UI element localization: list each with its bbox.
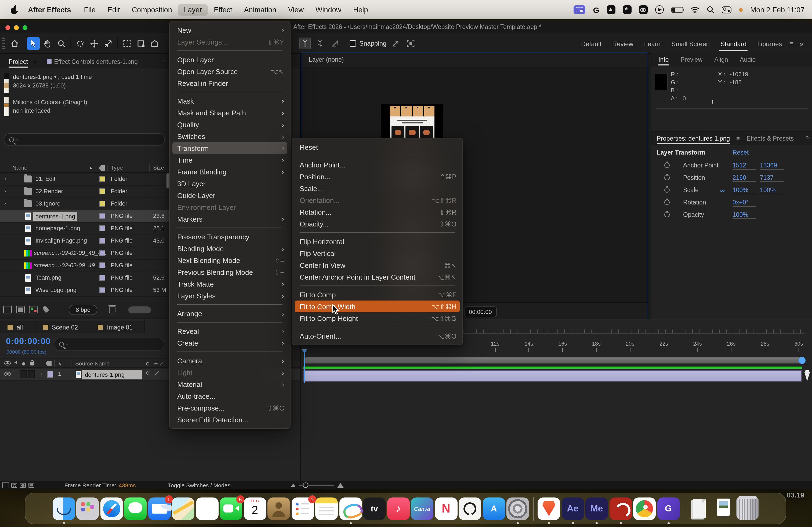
work-area-knob[interactable]	[799, 357, 806, 364]
tab-align[interactable]: Align	[714, 56, 728, 63]
layer-menu-item-mask[interactable]: Mask	[172, 95, 287, 107]
notifications-icon[interactable]	[28, 483, 34, 487]
dock-item-documents[interactable]	[688, 497, 711, 520]
label-column-icon[interactable]	[99, 165, 105, 171]
layer-menu-item-switches[interactable]: Switches	[172, 131, 287, 142]
workspace-tab-standard[interactable]: Standard	[715, 38, 752, 50]
playhead[interactable]	[304, 352, 305, 383]
workspace-tab-libraries[interactable]: Libraries	[752, 38, 787, 50]
comp-tab-image-01[interactable]: Image 01	[90, 321, 145, 333]
zoom-slider-knob[interactable]	[303, 482, 308, 488]
dock-item-trash[interactable]	[736, 497, 758, 520]
workspace-tab-default[interactable]: Default	[576, 38, 607, 50]
layer-duration-bar[interactable]	[303, 370, 802, 381]
dock-item-after-effects[interactable]: Ae	[562, 497, 584, 520]
hand-tool-icon[interactable]	[41, 37, 54, 50]
switches-column-icon[interactable]	[146, 362, 149, 365]
layer-switch-icon[interactable]	[146, 371, 149, 375]
layer-menu-item-material[interactable]: Material	[172, 378, 287, 390]
dock-item-messages[interactable]	[124, 497, 147, 520]
project-row-invisalign-page-png[interactable]: Invisalign Page.png PNG file 43.0	[0, 235, 172, 247]
audio-column-icon[interactable]	[14, 361, 17, 364]
transform-item-orientation[interactable]: Orientation... ⌥⇧⌘R	[295, 194, 460, 206]
workspace-tab-small-screen[interactable]: Small Screen	[666, 38, 715, 50]
tab-properties[interactable]: Properties: dentures-1.png	[657, 135, 730, 141]
snap-bounds-icon[interactable]	[405, 37, 417, 49]
layer-menu-item-3d-layer[interactable]: 3D Layer	[172, 178, 287, 190]
project-row-01-edit[interactable]: 01. Edit Folder	[0, 174, 172, 186]
dock-item-jpeg-file[interactable]: JPEG	[712, 497, 735, 520]
expand-chevron-icon[interactable]	[4, 188, 6, 194]
selection-tool-icon[interactable]	[27, 37, 40, 50]
layer-viewer-tab[interactable]: Layer (none)	[309, 56, 344, 63]
home-tool-icon[interactable]	[8, 37, 21, 50]
dolly-camera-tool-icon[interactable]	[102, 37, 114, 50]
wifi-icon[interactable]	[691, 6, 699, 13]
menubar-item-view[interactable]: View	[282, 4, 309, 15]
stopwatch-icon[interactable]	[664, 187, 670, 193]
snap-expand-icon[interactable]	[390, 37, 402, 49]
dock-item-system-settings[interactable]	[506, 497, 529, 520]
transform-item-position[interactable]: Position... ⇧⌘P	[295, 171, 460, 182]
expand-chevron-icon[interactable]	[4, 176, 6, 181]
properties-panel-menu-icon[interactable]: ≡	[736, 135, 740, 141]
transform-item-fit-to-comp[interactable]: Fit to Comp ⌥⌘F	[295, 289, 460, 301]
column-name[interactable]: Name	[12, 164, 27, 171]
layer-menu-item-pre-compose[interactable]: Pre-compose... ⇧⌘C	[172, 402, 287, 414]
shape-tool-icon[interactable]	[148, 37, 161, 50]
transform-item-flip-horizontal[interactable]: Flip Horizontal	[295, 236, 460, 247]
label-color-chip[interactable]	[99, 225, 105, 231]
source-name-column[interactable]: Source Name	[75, 360, 110, 366]
project-list-header[interactable]: Name Type Size	[0, 164, 172, 173]
project-scrollbar[interactable]	[166, 174, 169, 189]
transform-item-auto-orient[interactable]: Auto-Orient... ⌥⌘O	[295, 330, 460, 342]
pan-camera-tool-icon[interactable]	[88, 37, 100, 50]
label-column-icon[interactable]	[46, 361, 52, 366]
transform-item-rotation[interactable]: Rotation... ⇧⌘R	[295, 206, 460, 218]
tab-effect-controls[interactable]: Effect Controls dentures-1.png	[54, 58, 138, 65]
project-bpc-button[interactable]: 8 bpc	[69, 304, 97, 315]
timeline-timecode[interactable]: 0:00:00:00	[6, 336, 51, 346]
stopwatch-icon[interactable]	[664, 200, 670, 205]
layer-menu-item-blending-mode[interactable]: Blending Mode	[172, 243, 287, 254]
transform-item-opacity[interactable]: Opacity... ⇧⌘O	[295, 218, 460, 230]
work-area-bar[interactable]	[303, 357, 802, 364]
layer-menu-item-reveal-in-finder[interactable]: Reveal in Finder	[172, 77, 287, 89]
workspace-tab-learn[interactable]: Learn	[639, 38, 666, 50]
render-engine-icon[interactable]	[42, 306, 50, 313]
multi-frame-render-icon[interactable]	[3, 483, 9, 487]
tab-effects-presets[interactable]: Effects & Presets	[746, 135, 794, 141]
dock-item-apple-tv[interactable]: tv	[363, 497, 386, 520]
apple-menu-icon[interactable]	[11, 6, 18, 14]
workspace-menu-icon[interactable]: ≡	[789, 40, 794, 48]
zoom-in-icon[interactable]	[337, 483, 344, 487]
delete-item-icon[interactable]	[109, 306, 115, 313]
dock-item-chatgpt[interactable]	[459, 497, 481, 520]
layer-menu-item-reveal[interactable]: Reveal	[172, 325, 287, 337]
layer-menu-item-markers[interactable]: Markers	[172, 213, 287, 225]
dock-item-reminders[interactable]: 1	[291, 497, 314, 520]
triangle-app-icon[interactable]	[607, 5, 615, 14]
label-color-chip[interactable]	[99, 176, 105, 182]
project-tabs-overflow-icon[interactable]: ›	[163, 57, 165, 64]
dock-item-mail[interactable]: 1	[148, 497, 171, 520]
label-color-chip[interactable]	[99, 262, 105, 268]
layer-menu-item-transform[interactable]: Transform	[172, 142, 287, 154]
footage-dropdown-icon[interactable]	[54, 75, 56, 79]
dock-item-media-encoder[interactable]: Me	[585, 497, 608, 520]
transform-reset-button[interactable]: Reset	[733, 149, 749, 156]
local-axis-mode-icon[interactable]	[299, 37, 311, 49]
viewer-timecode[interactable]: 00:00:00	[464, 306, 497, 317]
dock-item-launchpad[interactable]	[76, 497, 99, 520]
label-color-chip[interactable]	[99, 250, 105, 256]
layer-menu-item-open-layer[interactable]: Open Layer	[172, 54, 287, 65]
layer-menu-item-guide-layer[interactable]: Guide Layer	[172, 190, 287, 201]
project-row-team-png[interactable]: Team.png PNG file 52.6	[0, 272, 172, 284]
layer-switch-cell[interactable]	[28, 370, 35, 378]
layer-menu-item-layer-settings[interactable]: Layer Settings... ⇧⌘Y	[172, 36, 287, 48]
interpret-footage-icon[interactable]	[3, 306, 12, 313]
layer-menu-item-auto-trace[interactable]: Auto-trace...	[172, 390, 287, 402]
snapping-checkbox[interactable]	[350, 40, 356, 47]
layer-menu-item-preserve-transparency[interactable]: Preserve Transparency	[172, 231, 287, 243]
dock-item-freeform[interactable]	[339, 497, 362, 520]
